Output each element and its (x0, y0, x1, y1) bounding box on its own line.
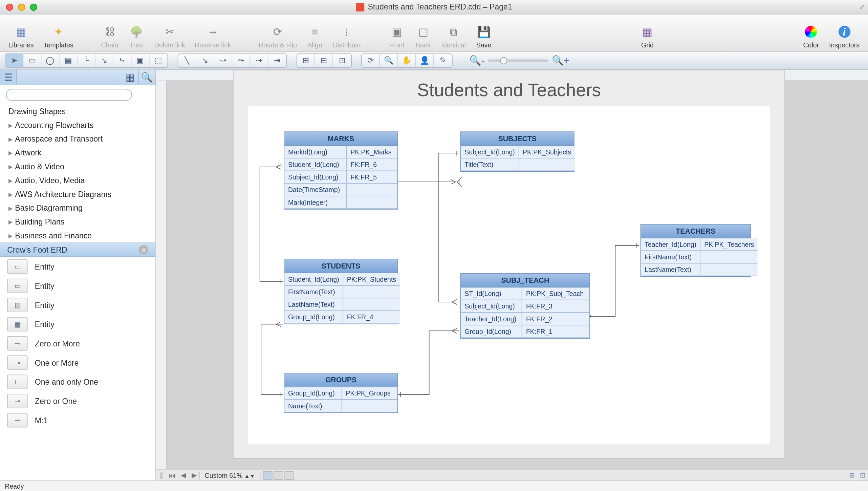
reverse-link-button[interactable]: ↔Reverse link (190, 23, 236, 48)
inspectors-button[interactable]: iInspectors (824, 23, 864, 48)
entity-key: PK:PK_Subjects (519, 146, 574, 158)
sidebar-search-toggle[interactable]: 🔍 (139, 69, 156, 85)
corner-icon-1[interactable]: ⊞ (846, 471, 857, 479)
sidebar-tab-libraries[interactable]: ☰ (0, 69, 17, 85)
entity-teachers[interactable]: TEACHERS Teacher_Id(Long)PK:PK_TeachersF… (641, 224, 751, 277)
shape-item[interactable]: ⊢One and only One (0, 372, 155, 391)
delete-link-icon: ✂ (161, 23, 178, 40)
rect-tool[interactable]: ▭ (23, 54, 41, 67)
zoom-slider[interactable] (488, 59, 548, 62)
delete-link-button[interactable]: ✂Delete link (150, 23, 190, 48)
connector-tool-3[interactable]: ⤷ (113, 54, 131, 67)
sidebar-category[interactable]: ▶Basic Diagramming (0, 201, 155, 215)
identical-button[interactable]: ⧉Identical (436, 23, 471, 48)
shape-item[interactable]: ⊸Zero or One (0, 391, 155, 411)
back-button[interactable]: ▢Back (410, 23, 436, 48)
shape-item[interactable]: ⊸One or More (0, 353, 155, 372)
chevron-right-icon: ▶ (8, 191, 13, 197)
snap-tool-2[interactable]: ⊟ (315, 54, 333, 67)
snap-tool-1[interactable]: ⊞ (297, 54, 315, 67)
corner-icon-2[interactable]: ⊡ (857, 471, 868, 479)
entity-subj-teach[interactable]: SUBJ_TEACH ST_Id(Long)PK:PK_Subj_TeachSu… (460, 273, 590, 339)
shape-item[interactable]: ▭Entity (0, 276, 155, 296)
connector-tool-2[interactable]: ↘ (95, 54, 113, 67)
pan-tool[interactable]: ✋ (398, 54, 416, 67)
view-tool-1[interactable]: ⟳ (362, 54, 380, 67)
zoom-tool[interactable]: 🔍 (380, 54, 398, 67)
sidebar-category[interactable]: ▶Building Plans (0, 215, 155, 229)
eyedropper-tool[interactable]: 👤 (416, 54, 434, 67)
save-button[interactable]: 💾Save (471, 23, 497, 48)
wand-tool[interactable]: ✎ (434, 54, 452, 67)
shape-thumb-icon: ▦ (7, 317, 27, 332)
ellipse-tool[interactable]: ◯ (41, 54, 59, 67)
templates-icon: ✦ (50, 23, 67, 40)
grid-button[interactable]: ▦Grid (634, 23, 660, 48)
chevron-right-icon: ▶ (8, 177, 13, 184)
rotate-flip-button[interactable]: ⟳Rotate & Flip (254, 23, 302, 48)
entity-key: PK:PK_Marks (347, 146, 397, 158)
shape-item[interactable]: ▭Entity (0, 257, 155, 276)
page-prev[interactable]: ◀ (178, 471, 189, 479)
canvas[interactable]: Students and Teachers (156, 70, 868, 481)
sidebar-category[interactable]: ▶Audio, Video, Media (0, 173, 155, 187)
shape-item[interactable]: ▦Entity (0, 315, 155, 334)
line-tool-1[interactable]: ╲ (178, 54, 196, 67)
page-tab-2[interactable] (274, 471, 283, 479)
zoom-out-icon[interactable]: 🔍- (469, 55, 484, 66)
distribute-button[interactable]: ⫶Distribute (328, 23, 366, 48)
entity-students[interactable]: STUDENTS Student_Id(Long)PK:PK_StudentsF… (284, 259, 398, 324)
sidebar-category[interactable]: ▶Business and Finance (0, 229, 155, 243)
entity-field: Date(TimeStamp) (284, 184, 346, 196)
text-tool[interactable]: ▤ (60, 54, 78, 67)
close-library-icon[interactable]: ✕ (139, 245, 148, 254)
page-splitter[interactable]: ‖ (156, 471, 167, 479)
zoom-in-icon[interactable]: 🔍+ (552, 55, 569, 66)
sidebar-category[interactable]: ▶AWS Architecture Diagrams (0, 187, 155, 201)
zoom-level[interactable]: Custom 61% ▲▼ (199, 472, 261, 479)
color-button[interactable]: Color (798, 23, 824, 48)
entity-marks[interactable]: MARKS MarkId(Long)PK:PK_MarksStudent_Id(… (284, 131, 398, 209)
line-tool-3[interactable]: ⤻ (214, 54, 232, 67)
sidebar-category[interactable]: ▶Artwork (0, 146, 155, 160)
snap-tool-3[interactable]: ⊡ (333, 54, 351, 67)
align-button[interactable]: ≡Align (302, 23, 328, 48)
connector-tool-4[interactable]: ▣ (131, 54, 149, 67)
line-tool-5[interactable]: ⇢ (250, 54, 268, 67)
grid-icon: ▦ (639, 23, 656, 40)
shape-item[interactable]: ▤Entity (0, 295, 155, 315)
shape-item[interactable]: ⊸Zero or More (0, 334, 155, 353)
sidebar-active-library[interactable]: Crow's Foot ERD ✕ (0, 242, 155, 257)
entity-key (343, 285, 399, 298)
chain-button[interactable]: ⛓Chain (96, 23, 123, 48)
page-tab-3[interactable] (284, 471, 294, 479)
entity-field: Group_Id(Long) (284, 387, 342, 400)
pointer-tool[interactable]: ➤ (5, 54, 23, 67)
templates-button[interactable]: ✦Templates (39, 23, 78, 48)
page-next[interactable]: ▶ (189, 471, 199, 479)
sidebar-search-input[interactable] (6, 89, 132, 101)
entity-field: Title(Text) (461, 158, 519, 171)
sidebar-category[interactable]: ▶Audio & Video (0, 160, 155, 174)
page-first[interactable]: ⏮ (167, 472, 178, 479)
front-button[interactable]: ▣Front (384, 23, 410, 48)
line-tool-6[interactable]: ⇥ (268, 54, 286, 67)
entity-key (347, 184, 397, 196)
connector-tool-5[interactable]: ⬚ (149, 54, 167, 67)
sidebar-category[interactable]: ▶Aerospace and Transport (0, 132, 155, 146)
sidebar-category[interactable]: ▶Accounting Flowcharts (0, 118, 155, 132)
page-tab-1[interactable] (263, 471, 272, 479)
connector-tool-1[interactable]: └ (78, 54, 95, 67)
line-tool-2[interactable]: ↘ (196, 54, 214, 67)
entity-groups[interactable]: GROUPS Group_Id(Long)PK:PK_GroupsName(Te… (284, 373, 398, 413)
libraries-button[interactable]: ▦Libraries (4, 23, 39, 48)
tree-button[interactable]: 🌳Tree (123, 23, 150, 48)
sidebar-view-grid[interactable]: ▦ (122, 69, 139, 85)
entity-field: Mark(Integer) (284, 196, 346, 209)
shape-item[interactable]: ⊸M:1 (0, 411, 155, 430)
entity-key: FK:FR_6 (347, 158, 397, 171)
entity-subjects[interactable]: SUBJECTS Subject_Id(Long)PK:PK_SubjectsT… (460, 131, 574, 172)
line-tool-4[interactable]: ⤳ (232, 54, 250, 67)
chevron-right-icon: ▶ (8, 233, 13, 239)
page-canvas[interactable]: MARKS MarkId(Long)PK:PK_MarksStudent_Id(… (248, 106, 770, 444)
